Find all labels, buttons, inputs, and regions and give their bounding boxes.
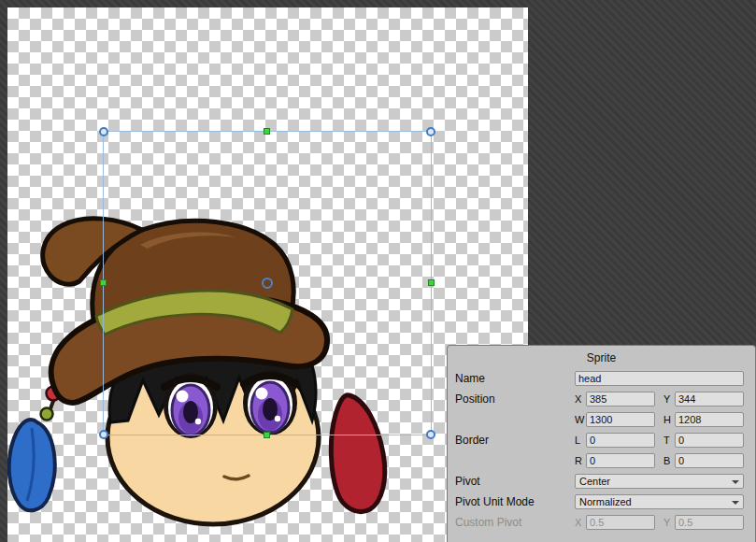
border-b-label: B [663,455,675,466]
sprite-inspector-panel: Sprite Name Position X Y W H [447,345,756,542]
position-h-field[interactable] [675,412,744,427]
selection-handle-left[interactable] [100,279,107,286]
custom-pivot-x-field [586,515,655,530]
selection-handle-bottom[interactable] [264,432,270,438]
pivot-label: Pivot [455,475,575,488]
chevron-down-icon [732,501,739,505]
position-x-field[interactable] [586,392,655,406]
selection-handle-top-left[interactable] [99,127,108,136]
selection-handle-top-right[interactable] [426,127,435,136]
pivot-dropdown[interactable]: Center [575,474,744,489]
border-t-label: T [663,435,675,446]
sprite-selection-rect[interactable] [103,131,432,435]
position-y-label: Y [663,393,675,405]
pivot-handle[interactable] [262,278,273,289]
selection-handle-right[interactable] [428,279,435,286]
pivot-row: Pivot Center [455,473,748,489]
pivot-unit-mode-row: Pivot Unit Mode Normalized [455,493,748,509]
custom-pivot-y-field [675,515,744,530]
border-r-field[interactable] [586,453,655,468]
position-row-wh: W H [455,411,748,427]
border-label: Border [455,434,575,447]
pivot-dropdown-value: Center [579,476,610,487]
border-t-field[interactable] [675,433,744,448]
custom-pivot-row: Custom Pivot X Y [455,514,748,530]
border-l-label: L [575,435,586,446]
selection-handle-bottom-right[interactable] [426,430,435,439]
position-y-field[interactable] [675,392,744,406]
pivot-unit-mode-value: Normalized [579,496,632,507]
name-field[interactable] [575,371,744,386]
panel-title: Sprite [455,349,748,366]
border-r-label: R [575,455,586,466]
position-row-xy: Position X Y [455,391,748,406]
mouth [224,476,249,479]
feather-decoration [9,420,55,510]
name-row: Name [455,370,748,386]
border-l-field[interactable] [586,433,655,448]
position-x-label: X [575,393,586,405]
bead-strand [41,372,68,421]
custom-pivot-x-label: X [575,517,586,528]
position-w-label: W [575,414,586,425]
sprite-editor-window: Sprite Name Position X Y W H [0,0,756,542]
border-b-field[interactable] [675,453,744,468]
name-label: Name [455,372,575,385]
pivot-unit-mode-dropdown[interactable]: Normalized [575,494,744,509]
custom-pivot-label: Custom Pivot [455,516,575,529]
custom-pivot-y-label: Y [663,517,675,528]
border-row-lt: Border L T [455,432,748,448]
selection-handle-bottom-left[interactable] [99,430,108,439]
position-w-field[interactable] [586,412,655,427]
pivot-unit-mode-label: Pivot Unit Mode [455,495,575,508]
chevron-down-icon [732,480,739,484]
border-row-rb: R B [455,452,748,468]
selection-handle-top[interactable] [264,128,270,135]
position-label: Position [455,392,575,406]
position-h-label: H [663,414,675,425]
